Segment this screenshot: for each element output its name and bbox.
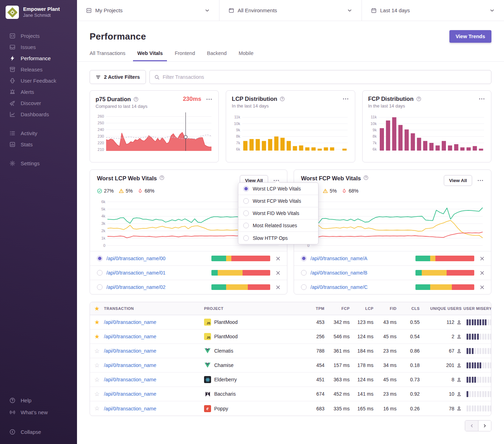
transaction-radio[interactable] [97,270,103,276]
transaction-radio[interactable] [97,256,103,261]
menu-item[interactable]: Slow HTTP Ops [238,232,318,244]
star-toggle[interactable]: ☆ [90,377,104,383]
transaction-radio[interactable] [301,256,307,261]
previous-page-button[interactable] [465,421,478,431]
menu-item-radio [243,210,249,216]
fid-value: 16 ms [373,406,397,411]
sidebar-item-projects[interactable]: Projects [0,30,77,41]
question-icon[interactable] [280,96,285,102]
menu-item[interactable]: Most Related Issues [238,220,318,232]
transaction-link[interactable]: /api/0/transaction_name [104,406,156,411]
sidebar-item-user-feedback[interactable]: User Feedback [0,75,77,86]
javascript-icon: JS [204,319,211,326]
transaction-link[interactable]: /api/0/transaction_name [104,319,156,325]
active-filters-button[interactable]: 2 Active Filters [90,70,146,84]
star-toggle[interactable]: ★ [90,319,104,325]
sidebar-item-whats-new[interactable]: What’s new [0,406,77,418]
chevron-left-icon [469,423,474,428]
cls-value: 0.92 [397,391,420,397]
tab-web-vitals[interactable]: Web Vitals [133,50,167,61]
svg-text:3k: 3k [101,221,105,226]
star-header-icon[interactable]: ★ [90,306,104,312]
lcp-distribution-chart: 11k10k9k8k7k6k [232,111,349,154]
question-icon[interactable] [133,97,139,102]
menu-item-radio [243,198,249,204]
view-trends-button[interactable]: View Trends [449,30,491,43]
menu-item[interactable]: Worst FCP Web Vitals [238,195,318,207]
sidebar-item-collapse[interactable]: Collapse [0,426,77,438]
transaction-radio[interactable] [97,284,103,290]
sidebar-item-issues[interactable]: Issues [0,41,77,53]
next-page-button[interactable] [478,421,491,431]
transaction-link[interactable]: /api/0/transaction_name/B [310,270,368,276]
tpm-value: 683 [307,406,324,411]
ellipsis-menu-icon[interactable] [205,98,213,101]
transaction-link[interactable]: /api/0/transaction_name/A [310,256,368,261]
sidebar-item-dashboards[interactable]: Dashboards [0,109,77,120]
project-name: PlantMood [214,334,238,339]
star-toggle[interactable]: ★ [90,334,104,340]
poor-percentage: 68% [349,188,358,194]
transaction-link[interactable]: /api/0/transaction_name/02 [106,284,166,290]
question-icon[interactable] [416,96,421,102]
star-toggle[interactable]: ☆ [90,362,104,368]
user-misery-bar [462,348,491,354]
sidebar-item-releases[interactable]: Releases [0,64,77,75]
sidebar-item-help[interactable]: Help [0,394,77,406]
org-user-name: Jane Schmidt [23,13,60,19]
close-icon[interactable] [479,256,485,261]
transaction-link[interactable]: /api/0/transaction_name [104,362,156,368]
project-name: Clematis [214,348,233,354]
sidebar-item-activity[interactable]: Activity [0,127,77,139]
user-feedback-icon [9,77,15,84]
sidebar-item-discover[interactable]: Discover [0,97,77,109]
menu-item[interactable]: Worst FID Web Vitals [238,207,318,220]
tab-frontend[interactable]: Frontend [170,50,199,61]
star-toggle[interactable]: ☆ [90,348,104,354]
alerts-icon [9,89,15,95]
menu-item[interactable]: Worst LCP Web Vitals [238,183,318,195]
close-icon[interactable] [275,256,281,261]
search-input[interactable] [163,74,486,80]
user-icon [456,334,462,339]
menu-item-radio [243,186,249,192]
ellipsis-menu-icon[interactable] [342,97,349,100]
sidebar-item-stats[interactable]: Stats [0,139,77,150]
star-toggle[interactable]: ☆ [90,391,104,397]
tab-mobile[interactable]: Mobile [234,50,258,61]
transaction-link[interactable]: /api/0/transaction_name [104,334,156,339]
ellipsis-menu-icon[interactable] [478,97,485,100]
transaction-link[interactable]: /api/0/transaction_name/00 [106,256,166,261]
ellipsis-menu-icon[interactable] [477,179,484,182]
close-icon[interactable] [479,270,485,276]
transaction-link[interactable]: /api/0/transaction_name [104,377,156,382]
org-switcher[interactable]: Empower Plant Jane Schmidt [0,6,77,21]
svg-text:7k: 7k [236,141,240,145]
close-icon[interactable] [479,285,485,290]
question-icon[interactable] [363,175,369,180]
close-icon[interactable] [275,285,281,290]
star-toggle[interactable]: ☆ [90,405,104,411]
tab-all-transactions[interactable]: All Transactions [85,50,130,61]
transaction-link[interactable]: /api/0/transaction_name/C [310,284,368,290]
transaction-radio[interactable] [301,284,307,290]
transaction-radio[interactable] [301,270,307,276]
projects-selector[interactable]: My Projects [77,0,219,21]
poor-percentage: 68% [145,188,154,194]
transaction-link[interactable]: /api/0/transaction_name [104,348,156,354]
question-icon[interactable] [159,175,164,180]
sidebar-item-settings[interactable]: Settings [0,158,77,169]
view-all-button[interactable]: View All [444,175,472,186]
vitals-breakdown-bar [415,284,474,290]
sidebar-item-performance[interactable]: Performance [0,53,77,64]
date-range-selector[interactable]: Last 14 days [362,0,504,21]
environments-selector[interactable]: All Environments [219,0,362,21]
menu-item-label: Slow HTTP Ops [253,235,288,241]
user-misery-bar [462,391,491,397]
transaction-link[interactable]: /api/0/transaction_name [104,391,156,397]
sidebar-item-alerts[interactable]: Alerts [0,86,77,97]
close-icon[interactable] [275,270,281,276]
tab-backend[interactable]: Backend [203,50,231,61]
svg-text:220: 220 [98,141,104,145]
transaction-link[interactable]: /api/0/transaction_name/01 [106,270,166,276]
